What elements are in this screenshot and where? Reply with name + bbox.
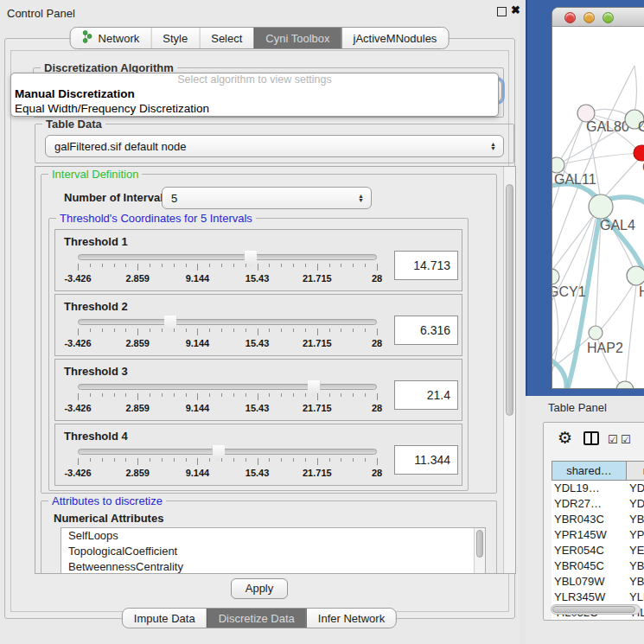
network-canvas[interactable]: GAL80GAL11GAL4GCY1HHAP2GAC — [552, 27, 644, 389]
tick-mark — [174, 264, 175, 267]
slider-track[interactable] — [78, 449, 377, 455]
column-header-shared-name[interactable]: shared… — [552, 462, 627, 480]
table-data-combo[interactable]: galFiltered.sif default node ▲▼ — [45, 135, 504, 157]
table-row[interactable]: YDR27…YDR2 — [552, 496, 644, 512]
checkbox-icon[interactable]: ☑ — [621, 433, 631, 446]
minimize-traffic-light-icon[interactable] — [583, 12, 595, 23]
network-node[interactable] — [627, 266, 644, 285]
table-cell[interactable]: YBL0 — [626, 574, 644, 590]
tick-mark — [209, 393, 210, 397]
slider-tick-labels: -3.4262.8599.14415.4321.71528 — [78, 403, 377, 413]
table-cell[interactable]: YBL079W — [552, 574, 626, 590]
network-node[interactable] — [634, 145, 644, 161]
table-cell[interactable]: YBR0 — [626, 558, 644, 574]
table-cell[interactable]: YER0 — [626, 543, 644, 558]
tick-mark — [162, 393, 163, 397]
numerical-attributes-list[interactable]: SelfLoopsTopologicalCoefficientBetweenne… — [61, 527, 486, 574]
network-edge[interactable] — [601, 156, 641, 201]
table-cell[interactable]: YPR145W — [552, 527, 626, 543]
table-row[interactable]: YBR043CYBR0 — [552, 512, 644, 527]
list-item[interactable]: BetweennessCentrality — [61, 559, 485, 574]
table-row[interactable]: YLR345WYLR3 — [552, 590, 644, 605]
network-edge[interactable] — [626, 285, 636, 383]
table-cell[interactable]: YLR3 — [626, 590, 644, 605]
table-cell[interactable]: YPR1 — [626, 527, 644, 543]
node-label: GA — [638, 119, 644, 134]
column-header-name[interactable]: na — [627, 462, 644, 480]
table-row[interactable]: YPR145WYPR1 — [552, 527, 644, 543]
network-edge-thick[interactable] — [566, 219, 599, 389]
split-view-icon[interactable] — [583, 431, 599, 445]
zoom-traffic-light-icon[interactable] — [603, 12, 614, 23]
slider-track[interactable] — [78, 254, 377, 260]
threshold-value-field[interactable]: 6.316 — [394, 316, 458, 345]
table-row[interactable]: YER054CYER0 — [552, 543, 644, 558]
network-node[interactable] — [589, 194, 613, 219]
tab-select[interactable]: Select — [199, 28, 253, 48]
tick-mark — [162, 458, 163, 462]
table-cell[interactable]: YDL1 — [626, 481, 644, 496]
attributes-group: Attributes to discretize Numerical Attri… — [41, 501, 497, 574]
panel-splitter[interactable] — [520, 0, 526, 644]
table-row[interactable]: YBL079WYBL0 — [552, 574, 644, 590]
network-edge[interactable] — [634, 66, 637, 113]
float-window-icon[interactable] — [497, 7, 507, 16]
group-label: Interval Definition — [48, 168, 142, 181]
table-cell[interactable]: YER054C — [552, 543, 626, 558]
list-scrollbar[interactable] — [474, 528, 485, 574]
tick-mark — [317, 393, 318, 400]
table-row[interactable]: YBR045CYBR0 — [552, 558, 644, 574]
network-node[interactable] — [552, 269, 559, 284]
table-cell[interactable]: YLR345W — [552, 590, 626, 605]
threshold-slider[interactable]: -3.4262.8599.14415.4321.71528 — [78, 316, 377, 355]
list-item[interactable]: TopologicalCoefficient — [61, 544, 485, 559]
number-of-intervals-combo[interactable]: 5 ▲▼ — [162, 187, 372, 209]
threshold-slider[interactable]: -3.4262.8599.14415.4321.71528 — [78, 380, 377, 420]
table-row[interactable]: YDL19…YDL1 — [552, 481, 644, 496]
close-traffic-light-icon[interactable] — [564, 12, 576, 23]
table-h-scrollbar[interactable] — [551, 604, 641, 615]
list-item[interactable]: SelfLoops — [61, 528, 485, 544]
tab-style[interactable]: Style — [150, 28, 199, 48]
tick-label: 28 — [372, 273, 382, 284]
node-label: GAL4 — [600, 218, 635, 233]
network-node[interactable] — [552, 157, 564, 173]
slider-track[interactable] — [78, 384, 377, 390]
gear-icon[interactable]: ⚙ — [558, 428, 572, 448]
tab-infer-network[interactable]: Infer Network — [306, 609, 396, 628]
checkbox-icon[interactable]: ☑ — [608, 433, 618, 446]
network-edge[interactable] — [552, 284, 558, 389]
threshold-slider[interactable]: -3.4262.8599.14415.4321.71528 — [78, 445, 377, 485]
tab-cyni-toolbox[interactable]: Cyni Toolbox — [253, 28, 341, 48]
slider-track[interactable] — [78, 319, 377, 325]
table-cell[interactable]: YDR27… — [552, 496, 626, 512]
panel-scrollbar[interactable] — [503, 167, 515, 573]
table-cell[interactable]: YDR2 — [626, 496, 644, 512]
network-window-titlebar[interactable] — [552, 8, 644, 27]
number-of-intervals-value: 5 — [171, 192, 358, 205]
threshold-slider[interactable]: -3.4262.8599.14415.4321.71528 — [78, 251, 377, 290]
table-cell[interactable]: YBR045C — [552, 558, 626, 574]
apply-button[interactable]: Apply — [231, 578, 288, 599]
dropdown-option-equal-width[interactable]: Equal Width/Frequency Discretization — [11, 101, 498, 116]
threshold-value-field[interactable]: 11.344 — [394, 445, 458, 475]
tick-mark — [78, 393, 79, 400]
network-edge[interactable] — [601, 283, 634, 329]
network-edge[interactable] — [557, 153, 641, 165]
tab-impute-data[interactable]: Impute Data — [123, 609, 207, 628]
table-cell[interactable]: YDL19… — [552, 481, 626, 496]
tab-discretize-data[interactable]: Discretize Data — [207, 609, 306, 628]
table-cell[interactable]: YBR0 — [626, 512, 644, 527]
threshold-value-field[interactable]: 21.4 — [394, 380, 458, 410]
tick-mark — [102, 458, 103, 462]
tab-jactivemnodules[interactable]: jActiveMNodules — [341, 28, 449, 48]
network-node[interactable] — [589, 326, 603, 340]
table-cell[interactable]: YBR043C — [552, 512, 626, 527]
number-of-intervals-label: Number of Intervals — [64, 191, 169, 204]
dropdown-option-manual[interactable]: Manual Discretization — [11, 86, 498, 101]
tick-mark — [258, 264, 258, 271]
threshold-value-field[interactable]: 14.713 — [394, 251, 458, 280]
tick-label: 15.43 — [245, 338, 270, 348]
tick-mark — [102, 328, 103, 332]
tab-network[interactable]: Network — [71, 28, 151, 48]
